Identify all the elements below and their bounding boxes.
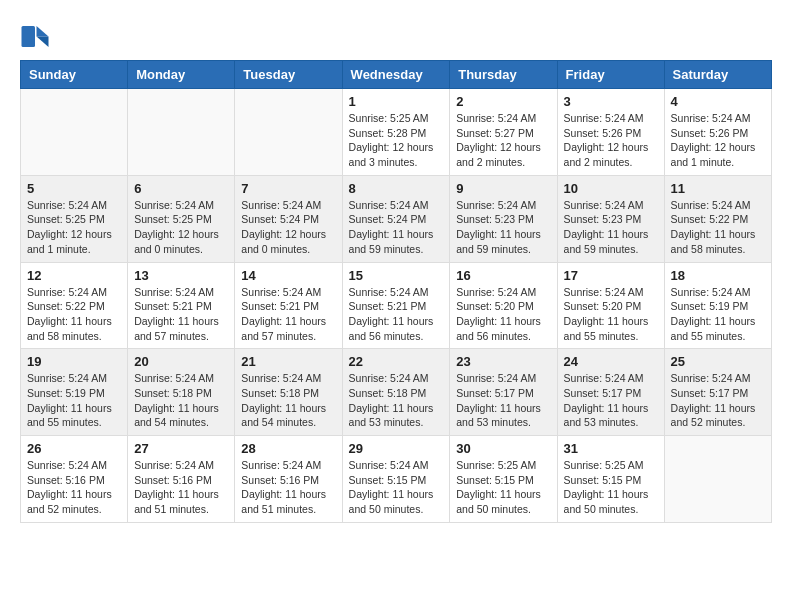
day-number: 4 bbox=[671, 94, 765, 109]
calendar-cell: 31Sunrise: 5:25 AM Sunset: 5:15 PM Dayli… bbox=[557, 436, 664, 523]
day-info: Sunrise: 5:24 AM Sunset: 5:18 PM Dayligh… bbox=[134, 371, 228, 430]
calendar-cell: 7Sunrise: 5:24 AM Sunset: 5:24 PM Daylig… bbox=[235, 175, 342, 262]
day-number: 19 bbox=[27, 354, 121, 369]
calendar-week-4: 19Sunrise: 5:24 AM Sunset: 5:19 PM Dayli… bbox=[21, 349, 772, 436]
calendar-cell: 13Sunrise: 5:24 AM Sunset: 5:21 PM Dayli… bbox=[128, 262, 235, 349]
day-info: Sunrise: 5:24 AM Sunset: 5:21 PM Dayligh… bbox=[241, 285, 335, 344]
day-info: Sunrise: 5:24 AM Sunset: 5:27 PM Dayligh… bbox=[456, 111, 550, 170]
day-info: Sunrise: 5:24 AM Sunset: 5:16 PM Dayligh… bbox=[241, 458, 335, 517]
day-info: Sunrise: 5:24 AM Sunset: 5:21 PM Dayligh… bbox=[349, 285, 444, 344]
calendar-cell bbox=[235, 89, 342, 176]
calendar-cell: 29Sunrise: 5:24 AM Sunset: 5:15 PM Dayli… bbox=[342, 436, 450, 523]
day-number: 17 bbox=[564, 268, 658, 283]
calendar-cell: 20Sunrise: 5:24 AM Sunset: 5:18 PM Dayli… bbox=[128, 349, 235, 436]
day-number: 16 bbox=[456, 268, 550, 283]
calendar-cell bbox=[128, 89, 235, 176]
day-number: 14 bbox=[241, 268, 335, 283]
day-info: Sunrise: 5:25 AM Sunset: 5:15 PM Dayligh… bbox=[564, 458, 658, 517]
day-info: Sunrise: 5:24 AM Sunset: 5:23 PM Dayligh… bbox=[564, 198, 658, 257]
day-number: 6 bbox=[134, 181, 228, 196]
calendar-cell: 30Sunrise: 5:25 AM Sunset: 5:15 PM Dayli… bbox=[450, 436, 557, 523]
calendar-cell: 3Sunrise: 5:24 AM Sunset: 5:26 PM Daylig… bbox=[557, 89, 664, 176]
day-number: 8 bbox=[349, 181, 444, 196]
day-number: 9 bbox=[456, 181, 550, 196]
day-number: 26 bbox=[27, 441, 121, 456]
calendar-cell: 4Sunrise: 5:24 AM Sunset: 5:26 PM Daylig… bbox=[664, 89, 771, 176]
calendar-cell: 1Sunrise: 5:25 AM Sunset: 5:28 PM Daylig… bbox=[342, 89, 450, 176]
calendar-cell: 14Sunrise: 5:24 AM Sunset: 5:21 PM Dayli… bbox=[235, 262, 342, 349]
weekday-header-wednesday: Wednesday bbox=[342, 61, 450, 89]
day-info: Sunrise: 5:24 AM Sunset: 5:25 PM Dayligh… bbox=[134, 198, 228, 257]
logo bbox=[20, 20, 54, 50]
day-number: 22 bbox=[349, 354, 444, 369]
day-number: 18 bbox=[671, 268, 765, 283]
day-number: 12 bbox=[27, 268, 121, 283]
day-info: Sunrise: 5:24 AM Sunset: 5:16 PM Dayligh… bbox=[134, 458, 228, 517]
calendar-cell: 25Sunrise: 5:24 AM Sunset: 5:17 PM Dayli… bbox=[664, 349, 771, 436]
page-header bbox=[20, 20, 772, 50]
day-number: 1 bbox=[349, 94, 444, 109]
calendar-cell bbox=[664, 436, 771, 523]
day-info: Sunrise: 5:24 AM Sunset: 5:26 PM Dayligh… bbox=[564, 111, 658, 170]
day-number: 24 bbox=[564, 354, 658, 369]
calendar-cell: 18Sunrise: 5:24 AM Sunset: 5:19 PM Dayli… bbox=[664, 262, 771, 349]
calendar-cell: 28Sunrise: 5:24 AM Sunset: 5:16 PM Dayli… bbox=[235, 436, 342, 523]
day-number: 13 bbox=[134, 268, 228, 283]
calendar-week-3: 12Sunrise: 5:24 AM Sunset: 5:22 PM Dayli… bbox=[21, 262, 772, 349]
day-number: 10 bbox=[564, 181, 658, 196]
day-info: Sunrise: 5:24 AM Sunset: 5:23 PM Dayligh… bbox=[456, 198, 550, 257]
calendar-cell: 24Sunrise: 5:24 AM Sunset: 5:17 PM Dayli… bbox=[557, 349, 664, 436]
svg-rect-3 bbox=[22, 26, 36, 47]
day-number: 25 bbox=[671, 354, 765, 369]
day-info: Sunrise: 5:24 AM Sunset: 5:17 PM Dayligh… bbox=[564, 371, 658, 430]
calendar-cell: 22Sunrise: 5:24 AM Sunset: 5:18 PM Dayli… bbox=[342, 349, 450, 436]
day-number: 20 bbox=[134, 354, 228, 369]
calendar-cell: 17Sunrise: 5:24 AM Sunset: 5:20 PM Dayli… bbox=[557, 262, 664, 349]
day-info: Sunrise: 5:24 AM Sunset: 5:26 PM Dayligh… bbox=[671, 111, 765, 170]
day-info: Sunrise: 5:24 AM Sunset: 5:19 PM Dayligh… bbox=[27, 371, 121, 430]
day-number: 3 bbox=[564, 94, 658, 109]
day-info: Sunrise: 5:24 AM Sunset: 5:25 PM Dayligh… bbox=[27, 198, 121, 257]
calendar-cell: 6Sunrise: 5:24 AM Sunset: 5:25 PM Daylig… bbox=[128, 175, 235, 262]
day-info: Sunrise: 5:24 AM Sunset: 5:21 PM Dayligh… bbox=[134, 285, 228, 344]
day-info: Sunrise: 5:24 AM Sunset: 5:18 PM Dayligh… bbox=[349, 371, 444, 430]
weekday-header-sunday: Sunday bbox=[21, 61, 128, 89]
calendar-cell: 5Sunrise: 5:24 AM Sunset: 5:25 PM Daylig… bbox=[21, 175, 128, 262]
day-number: 15 bbox=[349, 268, 444, 283]
day-info: Sunrise: 5:24 AM Sunset: 5:18 PM Dayligh… bbox=[241, 371, 335, 430]
calendar-week-5: 26Sunrise: 5:24 AM Sunset: 5:16 PM Dayli… bbox=[21, 436, 772, 523]
day-info: Sunrise: 5:25 AM Sunset: 5:15 PM Dayligh… bbox=[456, 458, 550, 517]
day-info: Sunrise: 5:24 AM Sunset: 5:22 PM Dayligh… bbox=[27, 285, 121, 344]
weekday-header-monday: Monday bbox=[128, 61, 235, 89]
day-number: 28 bbox=[241, 441, 335, 456]
calendar-cell: 15Sunrise: 5:24 AM Sunset: 5:21 PM Dayli… bbox=[342, 262, 450, 349]
day-number: 21 bbox=[241, 354, 335, 369]
day-info: Sunrise: 5:24 AM Sunset: 5:19 PM Dayligh… bbox=[671, 285, 765, 344]
calendar-cell: 2Sunrise: 5:24 AM Sunset: 5:27 PM Daylig… bbox=[450, 89, 557, 176]
day-number: 23 bbox=[456, 354, 550, 369]
weekday-header-thursday: Thursday bbox=[450, 61, 557, 89]
logo-icon bbox=[20, 20, 50, 50]
calendar-cell: 8Sunrise: 5:24 AM Sunset: 5:24 PM Daylig… bbox=[342, 175, 450, 262]
day-info: Sunrise: 5:24 AM Sunset: 5:22 PM Dayligh… bbox=[671, 198, 765, 257]
calendar-week-1: 1Sunrise: 5:25 AM Sunset: 5:28 PM Daylig… bbox=[21, 89, 772, 176]
calendar-cell: 26Sunrise: 5:24 AM Sunset: 5:16 PM Dayli… bbox=[21, 436, 128, 523]
day-info: Sunrise: 5:24 AM Sunset: 5:17 PM Dayligh… bbox=[671, 371, 765, 430]
calendar-header-row: SundayMondayTuesdayWednesdayThursdayFrid… bbox=[21, 61, 772, 89]
calendar-week-2: 5Sunrise: 5:24 AM Sunset: 5:25 PM Daylig… bbox=[21, 175, 772, 262]
calendar-cell: 16Sunrise: 5:24 AM Sunset: 5:20 PM Dayli… bbox=[450, 262, 557, 349]
day-number: 11 bbox=[671, 181, 765, 196]
day-info: Sunrise: 5:24 AM Sunset: 5:15 PM Dayligh… bbox=[349, 458, 444, 517]
day-info: Sunrise: 5:24 AM Sunset: 5:16 PM Dayligh… bbox=[27, 458, 121, 517]
day-info: Sunrise: 5:24 AM Sunset: 5:20 PM Dayligh… bbox=[456, 285, 550, 344]
day-info: Sunrise: 5:24 AM Sunset: 5:20 PM Dayligh… bbox=[564, 285, 658, 344]
day-info: Sunrise: 5:25 AM Sunset: 5:28 PM Dayligh… bbox=[349, 111, 444, 170]
calendar-cell: 10Sunrise: 5:24 AM Sunset: 5:23 PM Dayli… bbox=[557, 175, 664, 262]
day-number: 29 bbox=[349, 441, 444, 456]
calendar-cell: 9Sunrise: 5:24 AM Sunset: 5:23 PM Daylig… bbox=[450, 175, 557, 262]
day-number: 2 bbox=[456, 94, 550, 109]
day-number: 7 bbox=[241, 181, 335, 196]
calendar-cell: 12Sunrise: 5:24 AM Sunset: 5:22 PM Dayli… bbox=[21, 262, 128, 349]
calendar-cell: 11Sunrise: 5:24 AM Sunset: 5:22 PM Dayli… bbox=[664, 175, 771, 262]
day-number: 31 bbox=[564, 441, 658, 456]
